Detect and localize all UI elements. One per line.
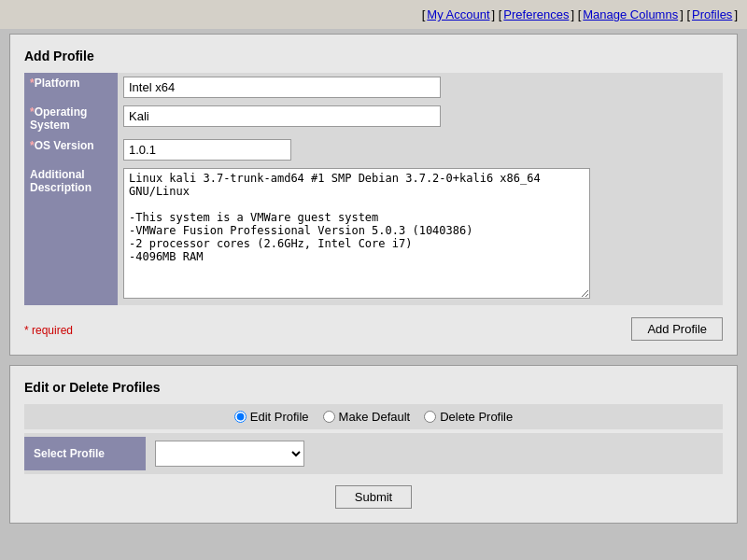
- radio-default-label[interactable]: Make Default: [323, 410, 411, 424]
- my-account-link[interactable]: My Account: [427, 7, 489, 21]
- required-note: * required: [24, 324, 73, 337]
- os-label: *Operating System: [24, 102, 118, 135]
- os-input-cell: [118, 102, 723, 135]
- select-profile-label: Select Profile: [24, 437, 146, 470]
- add-profile-footer: * required Add Profile: [24, 313, 723, 341]
- os-version-label: *OS Version: [24, 135, 118, 164]
- nav-sep-1: ] [: [492, 7, 502, 21]
- radio-default-text: Make Default: [339, 410, 411, 424]
- select-profile-dropdown[interactable]: [155, 441, 304, 467]
- additional-desc-row: Additional Description Linux kali 3.7-tr…: [24, 164, 723, 305]
- radio-delete-label[interactable]: Delete Profile: [424, 410, 513, 424]
- radio-delete[interactable]: [424, 411, 436, 423]
- manage-columns-link[interactable]: Manage Columns: [583, 7, 678, 21]
- radio-edit-text: Edit Profile: [250, 410, 309, 424]
- add-profile-section: Add Profile *Platform *Operating System …: [9, 34, 738, 356]
- platform-input-cell: [118, 73, 723, 102]
- radio-edit-label[interactable]: Edit Profile: [234, 410, 309, 424]
- additional-desc-textarea[interactable]: Linux kali 3.7-trunk-amd64 #1 SMP Debian…: [123, 168, 590, 299]
- submit-row: Submit: [24, 485, 723, 509]
- profiles-link[interactable]: Profiles: [692, 7, 732, 21]
- nav-bracket-close: ]: [734, 7, 738, 21]
- radio-delete-text: Delete Profile: [440, 410, 513, 424]
- os-version-input[interactable]: [123, 139, 291, 161]
- additional-desc-input-cell: Linux kali 3.7-trunk-amd64 #1 SMP Debian…: [118, 164, 723, 305]
- preferences-link[interactable]: Preferences: [503, 7, 569, 21]
- os-version-row: *OS Version: [24, 135, 723, 164]
- add-profile-title: Add Profile: [24, 49, 723, 63]
- nav-sep-3: ] [: [680, 7, 690, 21]
- nav-bracket-open: [: [422, 7, 426, 21]
- add-profile-button[interactable]: Add Profile: [631, 317, 723, 341]
- top-navigation: [ My Account ] [ Preferences ] [ Manage …: [0, 0, 747, 29]
- radio-default[interactable]: [323, 411, 335, 423]
- platform-row: *Platform: [24, 73, 723, 102]
- radio-edit[interactable]: [234, 411, 247, 423]
- radio-options-row: Edit Profile Make Default Delete Profile: [24, 404, 723, 429]
- edit-delete-section: Edit or Delete Profiles Edit Profile Mak…: [9, 365, 738, 524]
- platform-input[interactable]: [123, 77, 441, 98]
- additional-desc-label: Additional Description: [24, 164, 118, 305]
- platform-label: *Platform: [24, 73, 118, 102]
- nav-sep-2: ] [: [571, 7, 581, 21]
- os-version-input-cell: [118, 135, 723, 164]
- os-input[interactable]: [123, 105, 441, 127]
- os-row: *Operating System: [24, 102, 723, 135]
- submit-button[interactable]: Submit: [335, 485, 412, 509]
- edit-delete-title: Edit or Delete Profiles: [24, 380, 723, 395]
- select-profile-row: Select Profile: [24, 433, 723, 474]
- add-profile-form-table: *Platform *Operating System *OS Version: [24, 73, 723, 305]
- select-profile-input-wrapper: [155, 441, 304, 467]
